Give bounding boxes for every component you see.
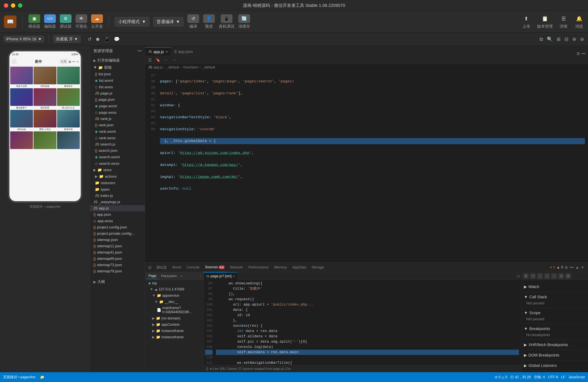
tab-console[interactable]: Console (184, 263, 202, 272)
compile-mode-dropdown[interactable]: 普通编译 ▼ (153, 17, 184, 26)
page-tab[interactable]: Page (147, 273, 158, 279)
sources-top-item[interactable]: ◈ top (145, 280, 204, 286)
project-config-json[interactable]: {} project.config.json (90, 224, 145, 230)
toolbar-back-icon[interactable]: ← (164, 57, 169, 63)
toolbar-forward-icon[interactable]: → (171, 57, 177, 63)
page-wxss[interactable]: ◇ page.wxss (90, 109, 145, 116)
sitemap11-json[interactable]: {} sitemap11.json (90, 243, 145, 249)
deactivate-btn[interactable]: ⊘ (558, 273, 564, 279)
manga-item-10[interactable] (10, 131, 33, 149)
upload-btn[interactable]: ⬆ 上传 (521, 14, 531, 29)
message-btn[interactable]: 🔔 消息 (574, 14, 584, 29)
more-debug-icon[interactable]: ••• (569, 265, 574, 270)
phone-rec-icon[interactable]: ⊙ (76, 60, 79, 63)
sitemap-json[interactable]: {} sitemap.json (90, 237, 145, 243)
grid-icon[interactable]: ⊟ (565, 37, 568, 42)
filesystem-tab[interactable]: Filesystem (159, 273, 179, 279)
sources-instanceframe2[interactable]: ▶ 📁 instanceframe (145, 334, 204, 340)
manga-item-9[interactable]: 最强升级 (57, 110, 80, 131)
sitemap69-json[interactable]: {} sitemap69.json (90, 255, 145, 262)
toolbar-bookmark-icon[interactable]: 🔖 (155, 57, 161, 63)
dom-header[interactable]: ▶ DOM Breakpoints (522, 352, 588, 359)
sitemap79-json[interactable]: {} sitemap79.json (90, 268, 145, 274)
close-tab-icon[interactable]: ✕ (166, 50, 168, 54)
breakpoints-header[interactable]: ▼ Breakpoints (522, 325, 588, 332)
manga-item-6[interactable]: 君上的小公主 (57, 88, 80, 109)
store-index-js[interactable]: JS index.js (90, 193, 145, 199)
simulator-group[interactable]: ▣ 模拟器 (28, 14, 40, 29)
step-out-btn[interactable]: ↑ (544, 273, 550, 279)
search-js[interactable]: JS search.js (90, 141, 145, 147)
terminal-icon[interactable]: ⊕ (572, 37, 576, 42)
list-wxss[interactable]: ◇ list.wxss (90, 84, 145, 90)
maximize-button[interactable] (18, 3, 22, 8)
sources-more-icon[interactable]: ⋮ (199, 274, 202, 278)
pause-btn[interactable]: ⏸ (523, 273, 529, 279)
manga-item-12[interactable] (57, 131, 80, 149)
tab-network[interactable]: Network (228, 263, 245, 272)
phone-collection[interactable]: 收藏 (60, 59, 67, 64)
manga-item-7[interactable]: 逆转仙途 (10, 110, 33, 131)
sitemap41-json[interactable]: {} sitemap41.json (90, 249, 145, 255)
tab-performance[interactable]: Performance (246, 263, 271, 272)
settings-debug-btn[interactable]: ⚙ (566, 273, 571, 279)
miniprogram-mode-dropdown[interactable]: 小程序模式 ▼ (115, 17, 149, 26)
split-icon[interactable]: ⊞ (577, 51, 580, 56)
sources-appcontext[interactable]: ▶ 📁 appContext (145, 321, 204, 328)
store-folder[interactable]: ▶ 📁 store (90, 167, 145, 173)
detail-btn[interactable]: ☰ 详情 (559, 14, 568, 29)
rank-js[interactable]: JS rank.js (90, 116, 145, 122)
filter-icon[interactable]: ⚙ (565, 265, 568, 270)
tab-sources[interactable]: Sources 9,9 (203, 263, 227, 272)
tab-app-json[interactable]: {} app.json (171, 47, 196, 56)
more-icon[interactable]: ••• (138, 49, 142, 53)
search-wxss[interactable]: ◇ search.wxss (90, 160, 145, 167)
search-wxml[interactable]: ◈ search.wxml (90, 154, 145, 160)
page-js[interactable]: JS page.js (90, 90, 145, 96)
sources-server[interactable]: ▼ ☁ 127.0.0.1:47069 (145, 286, 204, 292)
tab-storage[interactable]: Storage (309, 263, 326, 272)
visual-group[interactable]: 👁 可视化 (75, 14, 87, 29)
app-js[interactable]: JS app.js (90, 205, 145, 211)
phone-grid-icon[interactable]: ▦ (69, 60, 71, 63)
refresh-icon[interactable]: ↺ (88, 37, 91, 42)
version-btn[interactable]: 📋 版本管理 (537, 14, 553, 29)
tab-memory[interactable]: Memory (272, 263, 289, 272)
sources-mainframe[interactable]: 📄 mainframe?t=166944050198... (145, 305, 204, 315)
app-wxss[interactable]: ◇ app.wxss (90, 218, 145, 224)
cloud-group[interactable]: ☁ 云开发 (91, 14, 103, 29)
step-btn[interactable]: → (551, 273, 557, 279)
actions-folder[interactable]: ▶ 📁 actions (90, 173, 145, 180)
minimize-debug-icon[interactable]: ▲ (575, 265, 579, 270)
realtime-group[interactable]: 📱 真机调试 (219, 14, 234, 29)
scope-header[interactable]: ▼ Scope (522, 310, 588, 316)
copy-icon[interactable]: ⧉ (540, 37, 543, 42)
list-wxml[interactable]: ◈ list.wxml (90, 77, 145, 84)
sources-instanceframe1[interactable]: ▶ 📁 instanceframe (145, 328, 204, 334)
manga-item-5[interactable]: 医武至尊 (34, 88, 56, 109)
phone-icon[interactable]: 📱 (104, 37, 110, 42)
close-debug-icon[interactable]: ✕ (581, 265, 584, 270)
manga-item-11[interactable] (34, 131, 56, 149)
callstack-header[interactable]: ▼ Call Stack (522, 293, 588, 300)
outline-section[interactable]: ▶ 大纲 (90, 278, 145, 285)
sitemap73-json[interactable]: {} sitemap73.json (90, 262, 145, 268)
hotreload-button[interactable]: 热重载 开 ▼ (54, 36, 80, 43)
reducers-folder[interactable]: 📁 reducers (90, 180, 145, 186)
manga-item-8[interactable]: 摩耶·人间玉 (34, 110, 56, 131)
step-over-btn[interactable]: ↷ (530, 273, 536, 279)
back-icon[interactable]: ← (11, 59, 17, 64)
list-json[interactable]: {} list.json (90, 71, 145, 77)
source-tab-close[interactable]: ✕ (233, 275, 235, 278)
rank-json[interactable]: {} rank.json (90, 122, 145, 128)
settings-icon[interactable]: ⊛ (580, 37, 584, 42)
phone-more-icon[interactable]: ••• (72, 60, 75, 63)
global-header[interactable]: ▶ Global Listeners (522, 362, 588, 369)
search-json[interactable]: {} search.json (90, 147, 145, 154)
plugin-icon[interactable]: ⊞ (557, 37, 561, 42)
tab-appdata[interactable]: AppData (290, 263, 309, 272)
record-icon[interactable]: ⏺ (95, 37, 100, 42)
compile-group[interactable]: ↺ 编译 (187, 14, 199, 29)
opened-editors-section[interactable]: ▶ 打开的编辑器 (90, 57, 145, 64)
source-tab-page[interactable]: JS page.js? [sm] ✕ (204, 272, 237, 280)
